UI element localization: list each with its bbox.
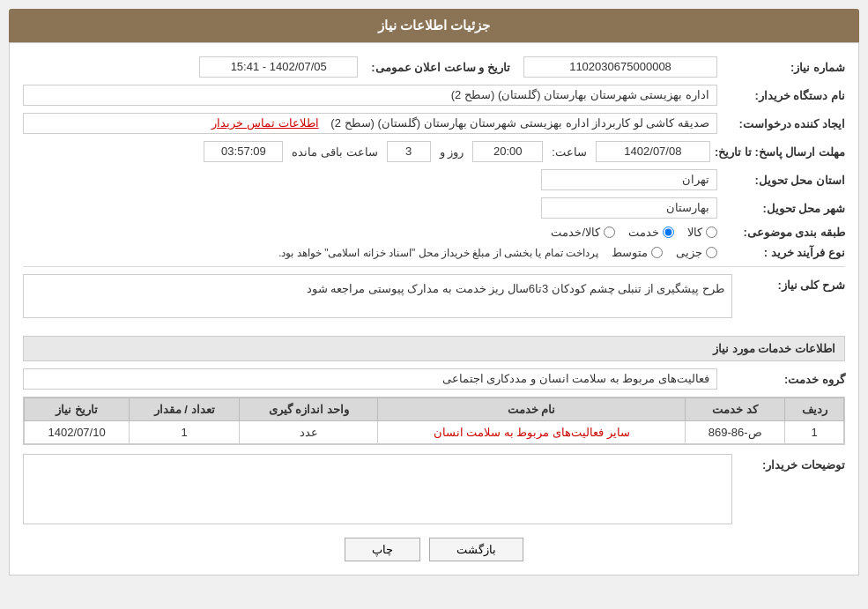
ostan-row: استان محل تحویل: تهران [23, 169, 845, 190]
tozihat-textarea[interactable] [23, 454, 732, 524]
ostan-label: استان محل تحویل: [722, 174, 845, 187]
shahr-label: شهر محل تحویل: [722, 202, 845, 215]
baqi-label: ساعت باقی مانده [287, 145, 382, 159]
mohlat-label: مهلت ارسال پاسخ: تا تاریخ: [715, 145, 845, 159]
sharh-value: طرح پیشگیری از تنبلی چشم کودکان 3تا6سال … [23, 274, 732, 318]
nam-dastgah-value: اداره بهزیستی شهرستان بهارستان (گلستان) … [23, 85, 717, 106]
kala-label: کالا [687, 226, 702, 239]
ettelaat-tamas-link[interactable]: اطلاعات تماس خریدار [211, 116, 318, 130]
mohlat-date: 1402/07/08 [596, 141, 710, 162]
tarikh-label: تاریخ و ساعت اعلان عمومی: [362, 61, 519, 74]
kala-khedmat-label: کالا/خدمت [551, 226, 600, 239]
ijad-konande-row: ایجاد کننده درخواست: صدیقه کاشی لو کاربر… [23, 113, 845, 134]
col-date: تاریخ نیاز [25, 398, 130, 421]
grooh-value: فعالیت‌های مربوط به سلامت انسان و مددکار… [23, 368, 717, 390]
farayand-description: پرداخت تمام یا بخشی از مبلغ خریداز محل "… [278, 247, 598, 259]
page-header: جزئیات اطلاعات نیاز [9, 9, 859, 42]
sharh-section: شرح کلی نیاز: طرح پیشگیری از تنبلی چشم ک… [23, 274, 845, 327]
mottasat-label: متوسط [612, 246, 648, 259]
print-button[interactable]: چاپ [345, 538, 420, 561]
saaat-value: 20:00 [472, 141, 543, 162]
grooh-row: گروه خدمت: فعالیت‌های مربوط به سلامت انس… [23, 368, 845, 390]
nam-dastgah-label: نام دستگاه خریدار: [722, 89, 845, 102]
main-card: شماره نیاز: 1102030675000008 تاریخ و ساع… [9, 42, 859, 576]
khedmat-label: خدمت [628, 226, 659, 239]
shomare-tarikh-row: شماره نیاز: 1102030675000008 تاریخ و ساع… [23, 56, 845, 78]
kala-khedmat-option[interactable]: کالا/خدمت [551, 226, 615, 239]
rooz-label: روز و [435, 145, 469, 159]
khadamat-header: اطلاعات خدمات مورد نیاز [23, 336, 845, 361]
jozei-option[interactable]: جزیی [676, 246, 717, 259]
divider-1 [23, 266, 845, 267]
col-radif: ردیف [785, 398, 844, 421]
col-name: نام خدمت [378, 398, 686, 421]
services-table-container: ردیف کد خدمت نام خدمت واحد اندازه گیری ت… [23, 397, 845, 445]
tabaqe-options: کالا خدمت کالا/خدمت [551, 226, 717, 239]
khedmat-radio[interactable] [663, 227, 674, 238]
tarikh-value: 1402/07/05 - 15:41 [199, 56, 358, 78]
khedmat-option[interactable]: خدمت [628, 226, 674, 239]
kala-radio[interactable] [706, 227, 717, 238]
mohlat-row: مهلت ارسال پاسخ: تا تاریخ: 1402/07/08 سا… [23, 141, 845, 162]
ijad-konande-value: صدیقه کاشی لو کاربرداز اداره بهزیستی شهر… [23, 113, 717, 134]
ijad-konande-label: ایجاد کننده درخواست: [722, 117, 845, 130]
col-tedad: تعداد / مقدار [130, 398, 240, 421]
col-code: کد خدمت [686, 398, 785, 421]
baqi-value: 03:57:09 [204, 141, 283, 162]
mottasat-option[interactable]: متوسط [612, 246, 663, 259]
ostan-value: تهران [541, 169, 717, 190]
jozei-radio[interactable] [706, 247, 717, 258]
sharh-label: شرح کلی نیاز: [739, 274, 845, 292]
shahr-value: بهارستان [541, 197, 717, 219]
farayand-options: جزیی متوسط پرداخت تمام یا بخشی از مبلغ خ… [278, 246, 717, 259]
rooz-value: 3 [387, 141, 431, 162]
shahr-row: شهر محل تحویل: بهارستان [23, 197, 845, 219]
tozihat-section: توضیحات خریدار: [23, 454, 845, 524]
header-title: جزئیات اطلاعات نیاز [378, 18, 490, 33]
tozihat-label: توضیحات خریدار: [739, 454, 845, 472]
shomare-niaz-value: 1102030675000008 [523, 56, 717, 78]
back-button[interactable]: بازگشت [429, 538, 523, 561]
farayand-row: نوع فرآیند خرید : جزیی متوسط پرداخت تمام… [23, 246, 845, 259]
services-table: ردیف کد خدمت نام خدمت واحد اندازه گیری ت… [24, 397, 844, 444]
grooh-label: گروه خدمت: [722, 373, 845, 386]
shomare-niaz-label: شماره نیاز: [722, 61, 845, 74]
nam-dastgah-row: نام دستگاه خریدار: اداره بهزیستی شهرستان… [23, 85, 845, 106]
tabaqe-row: طبقه بندی موضوعی: کالا خدمت کالا/خدمت [23, 226, 845, 239]
saaat-label: ساعت: [547, 145, 591, 159]
buttons-row: بازگشت چاپ [23, 538, 845, 561]
jozei-label: جزیی [676, 246, 702, 259]
mottasat-radio[interactable] [651, 247, 663, 258]
tabaqe-label: طبقه بندی موضوعی: [722, 226, 845, 239]
table-row: 1ص-86-869سایر فعالیت‌های مربوط به سلامت … [25, 421, 844, 444]
col-unit: واحد اندازه گیری [240, 398, 378, 421]
kala-khedmat-radio[interactable] [604, 227, 615, 238]
kala-option[interactable]: کالا [687, 226, 717, 239]
farayand-label: نوع فرآیند خرید : [722, 246, 845, 259]
